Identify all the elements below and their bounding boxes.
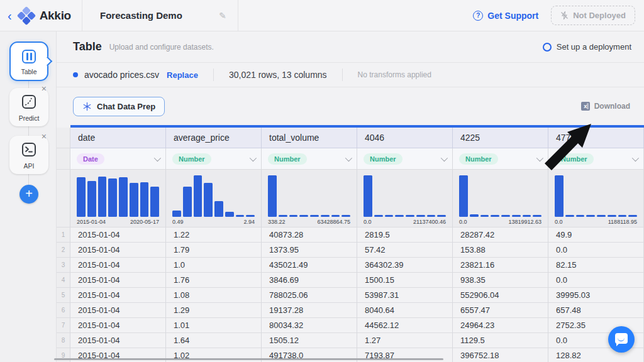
table-cell[interactable]: 8040.64 bbox=[357, 303, 453, 318]
table-cell[interactable]: 1.79 bbox=[166, 243, 262, 258]
table-cell[interactable]: 2015-01-04 bbox=[70, 273, 166, 288]
table-cell[interactable]: 1.22 bbox=[166, 228, 262, 243]
table-cell[interactable]: 657.48 bbox=[548, 303, 644, 318]
table-cell[interactable]: 1.0 bbox=[166, 258, 262, 273]
table-cell[interactable]: 1500.15 bbox=[357, 273, 453, 288]
chat-widget-button[interactable] bbox=[608, 326, 635, 353]
not-deployed-button[interactable]: Not Deployed bbox=[551, 6, 635, 25]
column-type-dropdown-average_price[interactable]: Number bbox=[166, 148, 262, 170]
table-cell[interactable]: 49.9 bbox=[548, 228, 644, 243]
table-cell[interactable]: 2015-01-04 bbox=[70, 228, 166, 243]
table-cell[interactable]: 2015-01-04 bbox=[70, 288, 166, 303]
row-number: 1 bbox=[57, 228, 70, 243]
histogram-max: 13819912.63 bbox=[508, 219, 541, 225]
chat-data-prep-button[interactable]: Chat Data Prep bbox=[73, 97, 165, 116]
histogram-bars bbox=[364, 175, 446, 217]
horizontal-scrollbar[interactable] bbox=[54, 358, 443, 360]
sidebar-item-predict[interactable]: × Predict bbox=[9, 88, 48, 126]
column-header-4225[interactable]: 4225 bbox=[453, 128, 548, 148]
table-cell[interactable]: 1.29 bbox=[166, 303, 262, 318]
table-cell[interactable]: 44562.12 bbox=[357, 318, 453, 333]
sidebar-item-label: Predict bbox=[9, 114, 48, 122]
data-grid: dateaverage_pricetotal_volume40464225477… bbox=[57, 128, 644, 362]
back-icon[interactable]: ‹ bbox=[8, 9, 12, 22]
column-header-4046[interactable]: 4046 bbox=[357, 128, 453, 148]
table-cell[interactable]: 1373.95 bbox=[262, 243, 357, 258]
table-cell[interactable]: 6557.47 bbox=[453, 303, 548, 318]
table-toolbar: Chat Data Prep x Download bbox=[57, 87, 644, 125]
get-support-link[interactable]: ? Get Support bbox=[473, 11, 538, 21]
table-cell[interactable]: 82.15 bbox=[548, 258, 644, 273]
table-cell[interactable]: 2015-01-04 bbox=[70, 258, 166, 273]
replace-link[interactable]: Replace bbox=[167, 70, 198, 80]
table-row: 72015-01-041.0180034.3244562.1224964.232… bbox=[57, 318, 644, 333]
table-cell[interactable]: 57.42 bbox=[357, 243, 453, 258]
close-icon[interactable]: × bbox=[42, 133, 47, 140]
dataset-file-name: avocado prices.csv bbox=[84, 70, 159, 80]
table-cell[interactable]: 364302.39 bbox=[357, 258, 453, 273]
table-cell[interactable]: 2819.5 bbox=[357, 228, 453, 243]
histogram-total_volume: 338.2263428864.75 bbox=[262, 170, 357, 228]
table-cell[interactable]: 1129.5 bbox=[453, 333, 548, 348]
table-cell[interactable]: 80034.32 bbox=[262, 318, 357, 333]
column-type-dropdown-date[interactable]: Date bbox=[70, 148, 166, 170]
table-cell[interactable]: 1.08 bbox=[166, 288, 262, 303]
sidebar-item-table[interactable]: Table bbox=[9, 41, 48, 81]
table-cell[interactable]: 1.01 bbox=[166, 318, 262, 333]
table-cell[interactable]: 128.82 bbox=[548, 348, 644, 362]
histogram-bars bbox=[459, 175, 541, 217]
page-title: Table bbox=[73, 40, 102, 53]
table-cell[interactable]: 1.64 bbox=[166, 333, 262, 348]
download-button[interactable]: x Download bbox=[581, 102, 631, 111]
histogram-4046: 0.021137400.46 bbox=[357, 170, 453, 228]
deployment-label: Set up a deployment bbox=[557, 42, 631, 52]
table-cell[interactable]: 153.88 bbox=[453, 243, 548, 258]
column-header-date[interactable]: date bbox=[70, 128, 166, 148]
table-cell[interactable]: 2015-01-04 bbox=[70, 303, 166, 318]
table-cell[interactable]: 788025.06 bbox=[262, 288, 357, 303]
close-icon[interactable]: × bbox=[42, 85, 47, 92]
column-type-dropdown-4770[interactable]: Number bbox=[548, 148, 644, 170]
setup-deployment-button[interactable]: Set up a deployment bbox=[543, 42, 631, 52]
column-header-total_volume[interactable]: total_volume bbox=[262, 128, 357, 148]
table-cell[interactable]: 2015-01-04 bbox=[70, 243, 166, 258]
column-type-dropdown-total_volume[interactable]: Number bbox=[262, 148, 357, 170]
table-cell[interactable]: 0.0 bbox=[548, 273, 644, 288]
add-step-button[interactable]: + bbox=[19, 185, 38, 204]
table-cell[interactable]: 435021.49 bbox=[262, 258, 357, 273]
column-type-dropdown-4225[interactable]: Number bbox=[453, 148, 548, 170]
table-cell[interactable]: 1.27 bbox=[357, 333, 453, 348]
table-cell[interactable]: 938.35 bbox=[453, 273, 548, 288]
table-cell[interactable]: 19137.28 bbox=[262, 303, 357, 318]
edit-icon[interactable]: ✎ bbox=[219, 11, 226, 21]
histogram-min: 0.49 bbox=[172, 219, 184, 225]
table-cell[interactable]: 28287.42 bbox=[453, 228, 548, 243]
table-cell[interactable]: 0.0 bbox=[548, 243, 644, 258]
page-header: Table Upload and configure datasets. Set… bbox=[57, 31, 644, 63]
gutter-cell bbox=[57, 170, 70, 228]
table-cell[interactable]: 24964.23 bbox=[453, 318, 548, 333]
table-cell[interactable]: 2015-01-04 bbox=[70, 333, 166, 348]
column-type-row: DateNumberNumberNumberNumberNumber bbox=[57, 148, 644, 170]
histogram-bars bbox=[77, 175, 159, 217]
histogram-max: 63428864.75 bbox=[317, 219, 350, 225]
table-cell[interactable]: 396752.18 bbox=[453, 348, 548, 362]
column-type-dropdown-4046[interactable]: Number bbox=[357, 148, 453, 170]
row-number: 2 bbox=[57, 243, 70, 258]
sidebar-item-api[interactable]: × API bbox=[9, 136, 48, 174]
no-deploy-icon bbox=[560, 11, 569, 19]
column-header-4770[interactable]: 4770 bbox=[548, 128, 644, 148]
table-cell[interactable]: 53987.31 bbox=[357, 288, 453, 303]
table-cell[interactable]: 23821.16 bbox=[453, 258, 548, 273]
table-row: 62015-01-041.2919137.288040.646557.47657… bbox=[57, 303, 644, 318]
table-cell[interactable]: 40873.28 bbox=[262, 228, 357, 243]
table-cell[interactable]: 1.76 bbox=[166, 273, 262, 288]
table-cell[interactable]: 2015-01-04 bbox=[70, 318, 166, 333]
dataset-shape: 30,021 rows, 13 columns bbox=[229, 70, 327, 80]
table-cell[interactable]: 3846.69 bbox=[262, 273, 357, 288]
table-cell[interactable]: 1505.12 bbox=[262, 333, 357, 348]
column-header-average_price[interactable]: average_price bbox=[166, 128, 262, 148]
table-cell[interactable]: 552906.04 bbox=[453, 288, 548, 303]
table-cell[interactable]: 39995.03 bbox=[548, 288, 644, 303]
sidebar-item-label: Table bbox=[11, 68, 47, 75]
